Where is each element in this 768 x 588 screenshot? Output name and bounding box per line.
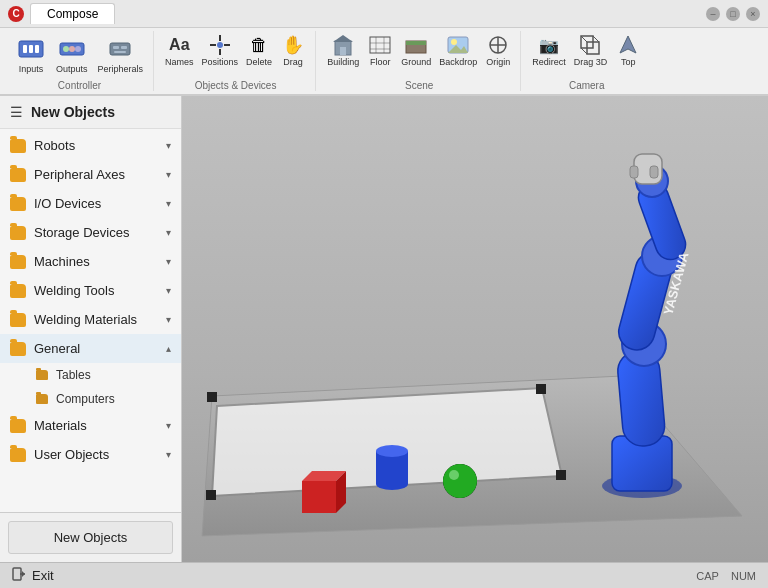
svg-rect-44 [206, 490, 216, 500]
toolbar-building[interactable]: Building [324, 31, 362, 69]
toolbar-outputs[interactable]: Outputs [52, 31, 92, 78]
outputs-label: Outputs [56, 64, 88, 75]
chevron-icon: ▾ [166, 420, 171, 431]
compose-tab[interactable]: Compose [30, 3, 115, 24]
welding-materials-label: Welding Materials [34, 312, 158, 327]
ground-icon [404, 33, 428, 57]
peripheral-axes-label: Peripheral Axes [34, 167, 158, 182]
origin-icon [486, 33, 510, 57]
folder-icon [10, 313, 26, 327]
controller-group-label: Controller [58, 80, 101, 91]
toolbar-group-objects: Aa Names Positions 🗑 Delete [156, 31, 316, 91]
toolbar-positions[interactable]: Positions [199, 31, 242, 69]
sidebar-item-storage-devices[interactable]: Storage Devices ▾ [0, 218, 181, 247]
svg-line-35 [581, 36, 587, 42]
svg-point-6 [69, 46, 75, 52]
top-label: Top [621, 57, 636, 67]
chevron-icon: ▾ [166, 285, 171, 296]
sidebar-title: New Objects [31, 104, 115, 120]
exit-button[interactable]: Exit [12, 567, 54, 584]
sidebar-item-general[interactable]: General ▴ [0, 334, 181, 363]
sidebar-item-peripheral-axes[interactable]: Peripheral Axes ▾ [0, 160, 181, 189]
top-icon [616, 33, 640, 57]
sidebar-item-machines[interactable]: Machines ▾ [0, 247, 181, 276]
toolbar-names[interactable]: Aa Names [162, 31, 197, 69]
sub-folder-icon [36, 394, 48, 404]
sidebar-sub-item-computers[interactable]: Computers [0, 387, 181, 411]
folder-icon [10, 168, 26, 182]
svg-point-5 [63, 46, 69, 52]
toolbar-floor[interactable]: Floor [364, 31, 396, 69]
sidebar-header: ☰ New Objects [0, 96, 181, 129]
svg-rect-1 [23, 45, 27, 53]
toolbar-top[interactable]: Top [612, 31, 644, 69]
drag3d-label: Drag 3D [574, 57, 608, 67]
cap-indicator: CAP [696, 570, 719, 582]
toolbar-ground[interactable]: Ground [398, 31, 434, 69]
chevron-icon: ▾ [166, 314, 171, 325]
minimize-btn[interactable]: – [706, 7, 720, 21]
floor-icon [368, 33, 392, 57]
folder-icon [10, 342, 26, 356]
chevron-icon: ▾ [166, 140, 171, 151]
toolbar-peripherals[interactable]: Peripherals [94, 31, 148, 78]
scene-floor-svg: YASKAWA [182, 96, 768, 562]
objects-group-label: Objects & Devices [195, 80, 277, 91]
svg-line-37 [581, 48, 587, 54]
chevron-up-icon: ▴ [166, 343, 171, 354]
sidebar-item-robots[interactable]: Robots ▾ [0, 131, 181, 160]
svg-rect-9 [113, 46, 119, 49]
sidebar-list: Robots ▾ Peripheral Axes ▾ I/O Devices ▾… [0, 129, 181, 512]
status-indicators: CAP NUM [696, 570, 756, 582]
sidebar-item-user-objects[interactable]: User Objects ▾ [0, 440, 181, 469]
svg-marker-69 [22, 571, 25, 577]
sidebar-item-welding-tools[interactable]: Welding Tools ▾ [0, 276, 181, 305]
svg-rect-26 [406, 41, 426, 45]
tables-label: Tables [56, 368, 91, 382]
materials-label: Materials [34, 418, 158, 433]
sidebar-item-welding-materials[interactable]: Welding Materials ▾ [0, 305, 181, 334]
svg-line-36 [593, 36, 599, 42]
close-btn[interactable]: × [746, 7, 760, 21]
toolbar-origin[interactable]: Origin [482, 31, 514, 69]
sidebar-item-io-devices[interactable]: I/O Devices ▾ [0, 189, 181, 218]
toolbar-drag3d[interactable]: Drag 3D [571, 31, 611, 69]
app-icon: C [8, 6, 24, 22]
drag-icon: ✋ [281, 33, 305, 57]
toolbar-backdrop[interactable]: Backdrop [436, 31, 480, 69]
toolbar-group-scene: Building Floor [318, 31, 521, 91]
peripherals-label: Peripherals [98, 64, 144, 75]
hamburger-icon[interactable]: ☰ [10, 104, 23, 120]
drag3d-icon [578, 33, 602, 57]
folder-icon [10, 139, 26, 153]
num-indicator: NUM [731, 570, 756, 582]
viewport-scene: YASKAWA [182, 96, 768, 562]
positions-label: Positions [202, 57, 239, 67]
sub-folder-icon [36, 370, 48, 380]
sidebar-sub-item-tables[interactable]: Tables [0, 363, 181, 387]
svg-marker-18 [333, 35, 353, 42]
svg-rect-2 [29, 45, 33, 53]
toolbar-group-camera: 📷 Redirect Drag 3D [523, 31, 650, 91]
names-icon: Aa [167, 33, 191, 57]
toolbar: Inputs Outputs [0, 28, 768, 96]
toolbar-inputs[interactable]: Inputs [12, 31, 50, 78]
svg-point-7 [75, 46, 81, 52]
outputs-icon [57, 34, 87, 64]
computers-label: Computers [56, 392, 115, 406]
sidebar-item-materials[interactable]: Materials ▾ [0, 411, 181, 440]
new-objects-button[interactable]: New Objects [8, 521, 173, 554]
toolbar-delete[interactable]: 🗑 Delete [243, 31, 275, 69]
toolbar-redirect[interactable]: 📷 Redirect [529, 31, 569, 69]
delete-label: Delete [246, 57, 272, 67]
svg-marker-38 [620, 36, 636, 53]
redirect-label: Redirect [532, 57, 566, 67]
svg-point-12 [217, 42, 223, 48]
toolbar-drag[interactable]: ✋ Drag [277, 31, 309, 69]
welding-tools-label: Welding Tools [34, 283, 158, 298]
viewport[interactable]: YASKAWA [182, 96, 768, 562]
folder-icon [10, 284, 26, 298]
scene-group-label: Scene [405, 80, 433, 91]
folder-icon [10, 226, 26, 240]
maximize-btn[interactable]: □ [726, 7, 740, 21]
